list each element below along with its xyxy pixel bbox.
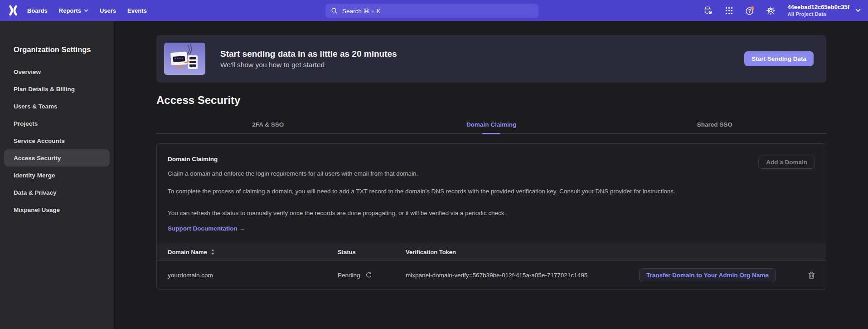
nav-right-cluster: ? 44eebad12c65eb0c35f All Project Data <box>703 0 861 21</box>
status-cell: Pending <box>338 272 406 279</box>
primary-nav: Boards Reports Users Events <box>27 7 147 14</box>
main-area: Start sending data in as little as 20 mi… <box>114 21 868 329</box>
database-settings-icon[interactable] <box>703 5 713 16</box>
mixpanel-logo-icon[interactable] <box>7 5 19 16</box>
panel-description-2: To complete the process of claiming a do… <box>168 187 743 196</box>
help-icon[interactable]: ? <box>745 5 755 16</box>
sidebar-item-overview[interactable]: Overview <box>4 63 110 80</box>
search-icon <box>331 7 338 14</box>
tab-domain-claiming[interactable]: Domain Claiming <box>380 119 603 133</box>
notification-dot <box>751 6 754 9</box>
sidebar-title: Organization Settings <box>0 45 114 54</box>
banner-illustration <box>164 43 205 75</box>
column-header-domain-name: Domain Name <box>168 249 338 255</box>
project-name: All Project Data <box>787 11 849 17</box>
search-input[interactable]: Search ⌘ + K <box>325 4 538 18</box>
apps-grid-icon[interactable] <box>724 5 734 16</box>
refresh-status-icon[interactable] <box>365 272 372 279</box>
sidebar-item-service-accounts[interactable]: Service Accounts <box>4 132 110 149</box>
nav-item-users[interactable]: Users <box>100 7 116 14</box>
column-header-status: Status <box>338 249 406 255</box>
nav-item-reports[interactable]: Reports <box>59 7 88 14</box>
page-title: Access Security <box>156 94 826 107</box>
onboarding-banner: Start sending data in as little as 20 mi… <box>156 35 826 83</box>
table-row: yourdomain.com Pending mixpanel-domain-v… <box>157 261 826 289</box>
nav-item-boards[interactable]: Boards <box>27 7 48 14</box>
tab-2fa-sso[interactable]: 2FA & SSO <box>156 119 380 133</box>
chevron-down-icon <box>855 9 861 12</box>
column-header-verification-token: Verification Token <box>406 249 634 255</box>
verification-token-value: mixpanel-domain-verify=567b39be-012f-415… <box>406 272 634 279</box>
sidebar-item-projects[interactable]: Projects <box>4 115 110 132</box>
project-switcher[interactable]: 44eebad12c65eb0c35f All Project Data <box>787 4 861 18</box>
domain-claiming-panel: Domain Claiming Add a Domain Claim a dom… <box>156 143 826 290</box>
panel-description-1: Claim a domain and enforce the login req… <box>168 169 815 179</box>
domains-table-header: Domain Name Status Verification Token <box>157 243 826 261</box>
settings-sidebar: Organization Settings Overview Plan Deta… <box>0 21 114 329</box>
sidebar-item-access-security[interactable]: Access Security <box>4 149 110 167</box>
top-nav: Boards Reports Users Events Search ⌘ + K <box>0 0 868 21</box>
sidebar-item-identity-merge[interactable]: Identity Merge <box>4 167 110 184</box>
sidebar-item-mixpanel-usage[interactable]: Mixpanel Usage <box>4 201 110 218</box>
support-documentation-link[interactable]: Support Documentation → <box>168 225 245 232</box>
banner-subtitle: We'll show you how to get started <box>220 61 397 69</box>
sidebar-item-data-privacy[interactable]: Data & Privacy <box>4 184 110 201</box>
start-sending-data-button[interactable]: Start Sending Data <box>744 51 814 66</box>
sidebar-item-users-teams[interactable]: Users & Teams <box>4 98 110 115</box>
delete-domain-icon[interactable] <box>808 271 815 279</box>
tab-shared-sso[interactable]: Shared SSO <box>603 119 826 133</box>
add-a-domain-button[interactable]: Add a Domain <box>758 156 815 169</box>
org-id: 44eebad12c65eb0c35f <box>787 4 849 11</box>
access-security-tabs: 2FA & SSO Domain Claiming Shared SSO <box>156 119 826 134</box>
svg-text:?: ? <box>748 9 751 14</box>
domain-name-value: yourdomain.com <box>168 272 338 279</box>
status-value: Pending <box>338 272 360 279</box>
sidebar-item-plan-details-billing[interactable]: Plan Details & Billing <box>4 80 110 98</box>
row-actions: Transfer Domain to Your Admin Org Name <box>634 268 815 282</box>
banner-title: Start sending data in as little as 20 mi… <box>220 49 397 59</box>
sort-icon[interactable] <box>211 249 215 255</box>
search-placeholder: Search ⌘ + K <box>342 7 380 15</box>
nav-item-events[interactable]: Events <box>127 7 147 14</box>
panel-title: Domain Claiming <box>168 156 815 162</box>
panel-description-3: You can refresh the status to manually v… <box>168 208 815 218</box>
transfer-domain-button[interactable]: Transfer Domain to Your Admin Org Name <box>639 268 776 282</box>
settings-gear-icon[interactable] <box>766 5 776 16</box>
chevron-down-icon <box>84 9 88 12</box>
